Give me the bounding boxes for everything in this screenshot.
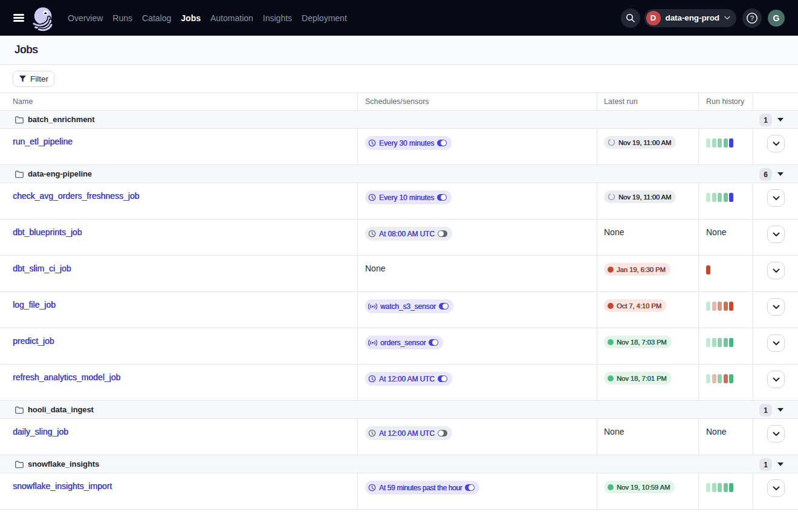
svg-text:?: ? [750, 15, 754, 22]
